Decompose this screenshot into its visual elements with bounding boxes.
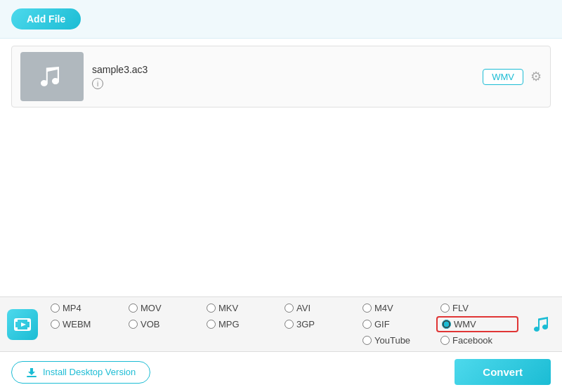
- label-facebook: Facebook: [452, 335, 492, 346]
- music-icon: [38, 63, 66, 91]
- file-actions: WMV ⚙: [483, 69, 542, 85]
- convert-button[interactable]: Convert: [455, 359, 551, 385]
- bottom-bar: Install Desktop Version Convert: [0, 351, 562, 392]
- format-option-flv[interactable]: FLV: [440, 303, 518, 313]
- top-bar: Add File: [0, 0, 562, 39]
- label-flv: FLV: [452, 303, 469, 313]
- label-youtube: YouTube: [374, 335, 410, 346]
- file-thumbnail: [20, 52, 84, 101]
- download-icon: [26, 367, 37, 378]
- label-3gp: 3GP: [296, 319, 315, 329]
- svg-rect-3: [15, 327, 18, 330]
- format-options: MP4 MOV MKV AVI M4V FLV WEBM VOB: [45, 303, 524, 346]
- format-option-webm[interactable]: WEBM: [51, 316, 129, 332]
- music-note-icon: [532, 314, 554, 335]
- svg-rect-2: [27, 319, 30, 322]
- format-option-mov[interactable]: MOV: [129, 303, 207, 313]
- radio-facebook[interactable]: [440, 336, 450, 345]
- format-option-mkv[interactable]: MKV: [207, 303, 285, 313]
- radio-mov[interactable]: [129, 303, 138, 313]
- format-option-m4v[interactable]: M4V: [362, 303, 440, 313]
- svg-rect-6: [27, 376, 37, 377]
- format-option-wmv[interactable]: WMV: [436, 316, 518, 332]
- radio-m4v[interactable]: [362, 303, 372, 313]
- format-bar-right: [524, 312, 562, 337]
- format-bar: MP4 MOV MKV AVI M4V FLV WEBM VOB: [0, 296, 562, 351]
- radio-youtube[interactable]: [362, 336, 372, 345]
- audio-format-icon[interactable]: [530, 312, 556, 337]
- radio-vob[interactable]: [129, 320, 138, 329]
- label-vob: VOB: [140, 319, 159, 329]
- film-icon: [13, 315, 32, 334]
- format-option-mpg[interactable]: MPG: [207, 316, 285, 332]
- label-mp4: MP4: [63, 303, 81, 313]
- svg-marker-5: [21, 322, 26, 327]
- radio-gif[interactable]: [362, 320, 372, 329]
- label-mkv: MKV: [218, 303, 238, 313]
- file-item: sample3.ac3 i WMV ⚙: [11, 46, 551, 107]
- radio-mp4[interactable]: [51, 303, 60, 313]
- radio-mkv[interactable]: [207, 303, 216, 313]
- format-option-vob[interactable]: VOB: [129, 316, 207, 332]
- label-wmv: WMV: [454, 319, 476, 329]
- format-option-3gp[interactable]: 3GP: [285, 316, 362, 332]
- svg-rect-4: [27, 327, 30, 330]
- label-m4v: M4V: [374, 303, 393, 313]
- format-option-gif[interactable]: GIF: [362, 316, 440, 332]
- info-icon[interactable]: i: [92, 78, 103, 89]
- format-badge[interactable]: WMV: [483, 69, 523, 85]
- format-bar-left: [0, 309, 45, 340]
- svg-rect-1: [15, 319, 18, 322]
- video-format-icon[interactable]: [7, 309, 38, 340]
- radio-avi[interactable]: [285, 303, 294, 313]
- format-option-mp4[interactable]: MP4: [51, 303, 129, 313]
- radio-wmv[interactable]: [442, 320, 451, 329]
- file-list: sample3.ac3 i WMV ⚙: [0, 39, 562, 296]
- radio-3gp[interactable]: [285, 320, 294, 329]
- format-option-avi[interactable]: AVI: [285, 303, 362, 313]
- install-desktop-button[interactable]: Install Desktop Version: [11, 361, 150, 384]
- label-mov: MOV: [140, 303, 162, 313]
- label-webm: WEBM: [63, 319, 91, 329]
- label-avi: AVI: [296, 303, 311, 313]
- settings-icon[interactable]: ⚙: [530, 69, 542, 84]
- add-file-button[interactable]: Add File: [11, 8, 81, 30]
- label-gif: GIF: [374, 319, 390, 329]
- file-name: sample3.ac3: [92, 64, 474, 75]
- install-label: Install Desktop Version: [43, 367, 136, 377]
- format-option-youtube[interactable]: YouTube: [362, 335, 440, 346]
- format-option-facebook[interactable]: Facebook: [440, 335, 518, 346]
- radio-flv[interactable]: [440, 303, 450, 313]
- file-info: sample3.ac3 i: [92, 64, 474, 89]
- radio-mpg[interactable]: [207, 320, 216, 329]
- label-mpg: MPG: [218, 319, 240, 329]
- radio-webm[interactable]: [51, 320, 60, 329]
